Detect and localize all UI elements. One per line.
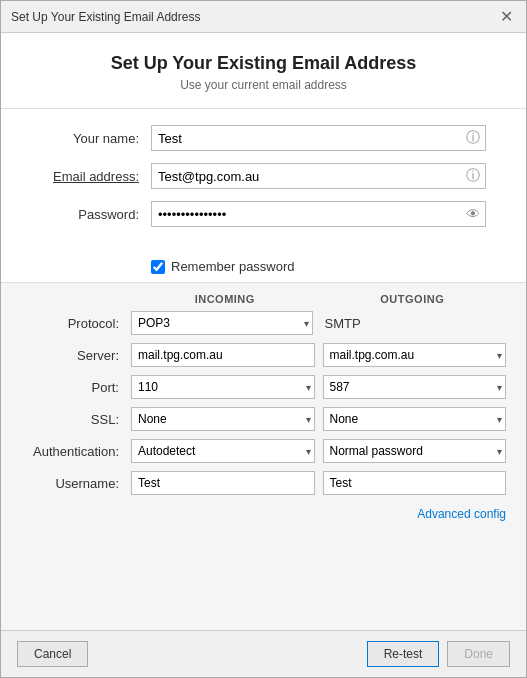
ssl-outgoing-wrap: None SSL/TLS STARTTLS ▾ [323,407,507,431]
dialog-title: Set Up Your Existing Email Address [31,53,496,74]
email-address-input[interactable] [151,163,486,189]
port-outgoing-wrap: 587 465 25 ▾ [323,375,507,399]
server-incoming-input[interactable] [131,343,315,367]
protocol-inputs: POP3 IMAP ▾ SMTP [131,311,506,335]
header-section: Set Up Your Existing Email Address Use y… [1,33,526,109]
done-button[interactable]: Done [447,641,510,667]
column-headers: INCOMING OUTGOING [131,283,506,311]
your-name-row: Your name: ⓘ [41,125,486,151]
port-incoming-select[interactable]: 110 995 [131,375,315,399]
auth-label: Authentication: [21,444,131,459]
server-config-section: INCOMING OUTGOING Protocol: POP3 IMAP ▾ … [1,282,526,630]
retest-button[interactable]: Re-test [367,641,440,667]
form-section: Your name: ⓘ Email address: ⓘ Password: … [1,109,526,255]
email-address-input-wrapper: ⓘ [151,163,486,189]
server-outgoing-input[interactable] [323,343,507,367]
password-input-wrapper: 👁 [151,201,486,227]
email-info-icon[interactable]: ⓘ [466,167,480,185]
port-outgoing-select[interactable]: 587 465 25 [323,375,507,399]
password-row: Password: 👁 [41,201,486,227]
your-name-input-wrapper: ⓘ [151,125,486,151]
port-row: Port: 110 995 ▾ 587 465 25 ▾ [21,375,506,399]
email-address-label: Email address: [41,169,151,184]
server-label: Server: [21,348,131,363]
auth-outgoing-select[interactable]: Normal password Autodetect None [323,439,507,463]
your-name-input[interactable] [151,125,486,151]
username-inputs [131,471,506,495]
port-label: Port: [21,380,131,395]
outgoing-header: OUTGOING [319,293,507,305]
protocol-incoming-wrap: POP3 IMAP ▾ [131,311,313,335]
title-bar-text: Set Up Your Existing Email Address [11,10,200,24]
footer-right: Re-test Done [367,641,510,667]
footer-left: Cancel [17,641,88,667]
ssl-label: SSL: [21,412,131,427]
your-name-label: Your name: [41,131,151,146]
password-label: Password: [41,207,151,222]
server-outgoing-wrap: ▾ [323,343,507,367]
protocol-row: Protocol: POP3 IMAP ▾ SMTP [21,311,506,335]
dialog-subtitle: Use your current email address [31,78,496,92]
cancel-button[interactable]: Cancel [17,641,88,667]
auth-incoming-wrap: Autodetect Normal password None ▾ [131,439,315,463]
protocol-label: Protocol: [21,316,131,331]
email-address-row: Email address: ⓘ [41,163,486,189]
username-outgoing-input[interactable] [323,471,507,495]
ssl-inputs: None SSL/TLS STARTTLS ▾ None SSL/TLS STA… [131,407,506,431]
your-name-info-icon[interactable]: ⓘ [466,129,480,147]
protocol-incoming-select[interactable]: POP3 IMAP [131,311,313,335]
ssl-incoming-wrap: None SSL/TLS STARTTLS ▾ [131,407,315,431]
remember-password-checkbox[interactable] [151,260,165,274]
username-outgoing-wrap [323,471,507,495]
incoming-header: INCOMING [131,293,319,305]
port-inputs: 110 995 ▾ 587 465 25 ▾ [131,375,506,399]
remember-password-label: Remember password [171,259,295,274]
advanced-config-link[interactable]: Advanced config [417,507,506,521]
remember-password-row: Remember password [1,255,526,278]
title-bar: Set Up Your Existing Email Address ✕ [1,1,526,33]
advanced-config-row: Advanced config [21,503,506,527]
auth-inputs: Autodetect Normal password None ▾ Normal… [131,439,506,463]
server-inputs: ▾ [131,343,506,367]
password-input[interactable] [151,201,486,227]
username-row: Username: [21,471,506,495]
port-incoming-wrap: 110 995 ▾ [131,375,315,399]
auth-outgoing-wrap: Normal password Autodetect None ▾ [323,439,507,463]
main-content: Set Up Your Existing Email Address Use y… [1,33,526,630]
protocol-outgoing-static: SMTP [321,311,507,335]
ssl-row: SSL: None SSL/TLS STARTTLS ▾ None SSL/TL… [21,407,506,431]
username-incoming-input[interactable] [131,471,315,495]
server-incoming-wrap [131,343,315,367]
close-button[interactable]: ✕ [496,7,516,27]
ssl-incoming-select[interactable]: None SSL/TLS STARTTLS [131,407,315,431]
auth-row: Authentication: Autodetect Normal passwo… [21,439,506,463]
password-toggle-icon[interactable]: 👁 [466,206,480,222]
footer: Cancel Re-test Done [1,630,526,677]
username-incoming-wrap [131,471,315,495]
auth-incoming-select[interactable]: Autodetect Normal password None [131,439,315,463]
ssl-outgoing-select[interactable]: None SSL/TLS STARTTLS [323,407,507,431]
username-label: Username: [21,476,131,491]
server-row: Server: ▾ [21,343,506,367]
